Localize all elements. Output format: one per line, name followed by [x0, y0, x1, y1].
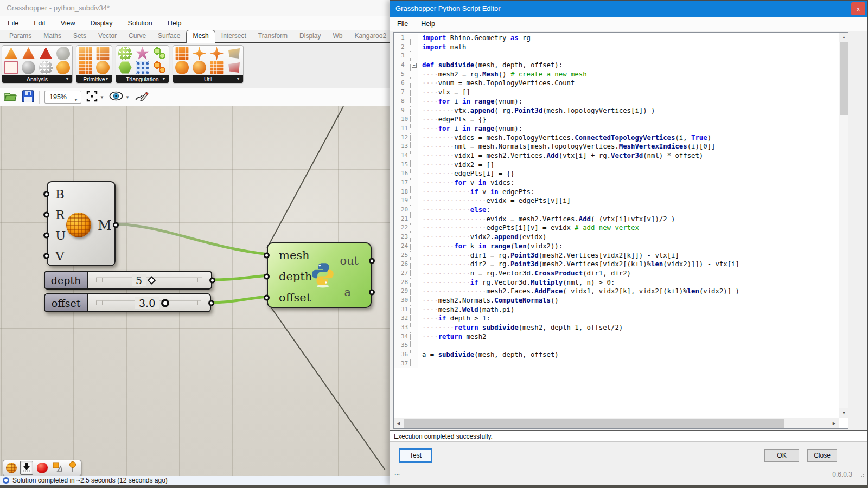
- ribbon-group-label[interactable]: Primitive▼: [76, 75, 112, 83]
- code-line[interactable]: 20············else:: [394, 206, 838, 215]
- mesh-quad-icon[interactable]: [96, 47, 110, 60]
- tab-sets[interactable]: Sets: [67, 30, 92, 42]
- offset-slider[interactable]: offset 3.0: [44, 293, 211, 312]
- vertical-scroll-thumb[interactable]: [840, 42, 848, 115]
- code-line[interactable]: 16········edgePts[i] = {}: [394, 169, 838, 178]
- depth-output-nub[interactable]: [209, 277, 215, 283]
- code-line[interactable]: 14········vidx1 = mesh2.Vertices.Add(vtx…: [394, 151, 838, 160]
- editor-menu-help[interactable]: Help: [421, 20, 435, 28]
- output-nub-m[interactable]: [113, 222, 119, 228]
- ribbon-group-label[interactable]: Util▼: [173, 75, 243, 83]
- depth-slider-label[interactable]: depth: [45, 272, 88, 288]
- wire-depth[interactable]: [213, 275, 268, 280]
- metaball-threshold-icon[interactable]: [153, 61, 167, 74]
- tag-preview-icon[interactable]: [66, 461, 79, 475]
- input-nub-v[interactable]: [43, 253, 49, 259]
- code-line[interactable]: 9········vtx.append( rg.Point3d(mesh.Top…: [394, 106, 838, 115]
- wire-mesh[interactable]: [117, 224, 268, 254]
- code-line[interactable]: 3: [394, 52, 838, 61]
- offset-output-nub[interactable]: [208, 300, 214, 306]
- code-line[interactable]: 17········for v in vidcs:: [394, 178, 838, 188]
- input-nub-r[interactable]: [43, 212, 49, 218]
- fold-collapse-icon[interactable]: −: [412, 63, 417, 68]
- scroll-right-icon[interactable]: ▶: [829, 418, 839, 428]
- code-line[interactable]: 8····for i in range(vnum):: [394, 97, 838, 106]
- code-line[interactable]: 13········nml = mesh.Normals[mesh.Topolo…: [394, 142, 838, 151]
- scroll-down-icon[interactable]: ▼: [839, 408, 848, 418]
- vertex-normals-icon[interactable]: [56, 47, 70, 60]
- wire-offset[interactable]: [212, 297, 268, 303]
- code-line[interactable]: 7····vtx = []: [394, 88, 838, 97]
- code-line[interactable]: 34····return mesh2: [394, 332, 838, 342]
- python-output-nub-a[interactable]: [369, 290, 375, 296]
- smooth-mesh-icon[interactable]: [193, 61, 206, 74]
- code-line[interactable]: 35: [394, 341, 838, 350]
- code-line[interactable]: 12········vidcs = mesh.TopologyVertices.…: [394, 133, 838, 143]
- scroll-left-icon[interactable]: ◀: [394, 418, 403, 428]
- vertical-scrollbar[interactable]: ▲ ▼: [839, 33, 848, 418]
- cull-faces-icon[interactable]: [227, 61, 241, 74]
- mesh-closest-point-icon[interactable]: [39, 61, 53, 74]
- tab-params[interactable]: Params: [3, 30, 37, 42]
- code-line[interactable]: 24········for k in range(len(vidx2)):: [394, 242, 838, 251]
- tab-curve[interactable]: Curve: [123, 30, 152, 42]
- input-nub-u[interactable]: [43, 233, 49, 239]
- tab-maths[interactable]: Maths: [37, 30, 67, 42]
- preview-eye-icon[interactable]: [109, 91, 123, 103]
- metaball-icon[interactable]: [153, 47, 167, 60]
- editor-menu-file[interactable]: File: [397, 20, 408, 28]
- code-line[interactable]: 36a = subdivide(mesh, depth, offset): [394, 350, 838, 359]
- shaded-preview-icon[interactable]: [20, 461, 33, 475]
- code-line[interactable]: 25············dir1 = rg.Point3d(mesh2.Ve…: [394, 251, 838, 260]
- code-line[interactable]: 30····mesh2.Normals.ComputeNormals(): [394, 296, 838, 305]
- test-button[interactable]: Test: [399, 448, 432, 463]
- fold-margin[interactable]: −: [410, 61, 418, 70]
- code-line[interactable]: 4−def subdivide(mesh, depth, offset):: [394, 61, 838, 70]
- mesh-flip-icon[interactable]: [227, 47, 241, 60]
- close-button[interactable]: Close: [807, 449, 837, 462]
- zoom-extents-icon[interactable]: [86, 91, 98, 104]
- scroll-up-icon[interactable]: ▲: [839, 33, 848, 42]
- gh-menu-solution[interactable]: Solution: [128, 20, 152, 27]
- code-line[interactable]: 1import Rhino.Geometry as rg: [394, 34, 838, 43]
- deconstruct-mesh-icon[interactable]: [4, 47, 18, 60]
- mesh-eval-icon[interactable]: [56, 61, 70, 74]
- code-line[interactable]: 28············if rg.Vector3d.Multiply(nm…: [394, 278, 838, 287]
- code-line[interactable]: 32····if depth > 1:: [394, 314, 838, 323]
- naked-edges-icon[interactable]: [39, 47, 53, 60]
- mesh-sphere-icon[interactable]: [96, 61, 110, 74]
- tab-mesh[interactable]: Mesh: [186, 30, 215, 43]
- offset-slider-label[interactable]: offset: [45, 294, 88, 311]
- depth-slider[interactable]: depth 5: [44, 271, 212, 290]
- gh-menu-file[interactable]: File: [8, 20, 18, 27]
- sketch-pencil-icon[interactable]: [135, 90, 149, 104]
- code-lines[interactable]: 1import Rhino.Geometry as rg2import math…: [394, 34, 838, 418]
- code-line[interactable]: 15········vidx2 = []: [394, 160, 838, 170]
- code-line[interactable]: 27············n = rg.Vector3d.CrossProdu…: [394, 269, 838, 278]
- wireframe-preview-icon[interactable]: [5, 461, 18, 475]
- input-nub-b[interactable]: [43, 191, 49, 197]
- ribbon-group-label[interactable]: Triangulation▼: [116, 75, 169, 83]
- mesh-edges-icon[interactable]: [4, 61, 18, 74]
- python-script-component[interactable]: mesh depth offset out a: [267, 242, 372, 308]
- code-line[interactable]: 26············dir2 = rg.Point3d(mesh2.Ve…: [394, 260, 838, 269]
- gh-menu-edit[interactable]: Edit: [34, 20, 46, 27]
- code-line[interactable]: 22················edgePts[i][v] = evidx …: [394, 223, 838, 233]
- gh-canvas[interactable]: B R U V M depth 5 o: [0, 106, 390, 476]
- tab-intersect[interactable]: Intersect: [215, 30, 252, 42]
- face-normals-icon[interactable]: [22, 47, 35, 60]
- mesh-inclusion-icon[interactable]: [22, 61, 35, 74]
- chevron-down-icon[interactable]: ▼: [100, 95, 104, 100]
- python-input-nub-offset[interactable]: [264, 295, 270, 301]
- tab-vector[interactable]: Vector: [92, 30, 123, 42]
- tab-wb[interactable]: Wb: [327, 30, 348, 42]
- tab-kangaroo2[interactable]: Kangaroo2: [348, 30, 392, 42]
- code-line[interactable]: 21················evidx = mesh2.Vertices…: [394, 215, 838, 224]
- gh-menu-view[interactable]: View: [61, 20, 75, 27]
- code-line[interactable]: 18············if v in edgePts:: [394, 188, 838, 197]
- mesh-join-icon[interactable]: [175, 47, 189, 60]
- code-line[interactable]: 33········return subdivide(mesh2, depth-…: [394, 323, 838, 332]
- code-line[interactable]: 2import math: [394, 43, 838, 52]
- horizontal-scrollbar[interactable]: ◀ ▶: [394, 418, 839, 428]
- tab-transform[interactable]: Transform: [252, 30, 293, 42]
